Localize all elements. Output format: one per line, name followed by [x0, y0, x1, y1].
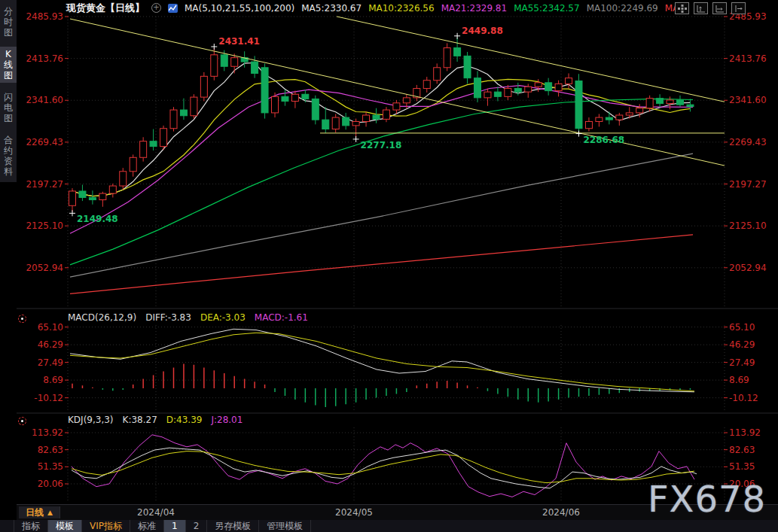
svg-text:27.49: 27.49 — [729, 357, 755, 368]
svg-text:2286.68: 2286.68 — [584, 135, 625, 145]
candles-layer — [69, 38, 694, 212]
macd-panel: 65.1065.1046.2946.2927.4927.498.698.69-1… — [34, 322, 758, 407]
svg-text:113.92: 113.92 — [32, 427, 63, 438]
candle — [474, 78, 481, 98]
svg-text:46.29: 46.29 — [729, 339, 755, 350]
candle — [454, 48, 461, 56]
candle — [332, 117, 339, 129]
svg-text:65.10: 65.10 — [729, 322, 755, 333]
x-axis-label: 2024/04 — [137, 507, 175, 518]
toolbar-tab-manage-template[interactable]: 管理模板 — [259, 520, 311, 532]
sidebar-tab-contract-info[interactable]: 合约资料 — [0, 132, 17, 179]
triangle-up-icon: ▲ — [47, 509, 53, 516]
candle — [170, 110, 177, 129]
svg-text:2052.94: 2052.94 — [26, 263, 63, 273]
circle-plus-icon[interactable]: + — [151, 3, 161, 13]
x-axis-scale-icon[interactable] — [712, 2, 727, 14]
candle — [575, 81, 582, 129]
macd-diff-value: DIFF:-3.83 — [145, 312, 191, 323]
toolbar-tab-2[interactable]: 2 — [186, 520, 208, 532]
candle — [393, 103, 400, 110]
sidebar-tab-time-chart[interactable]: 分时图 — [0, 4, 17, 40]
pan-crosshair-icon[interactable] — [675, 2, 689, 14]
candle — [545, 83, 552, 91]
svg-text:113.92: 113.92 — [729, 427, 761, 438]
watermark: FX678 — [648, 478, 766, 520]
period-selector[interactable]: 日线 ▲ — [19, 506, 60, 518]
separator-layer — [17, 309, 778, 413]
toolbar-tab-save-template[interactable]: 另存模板 — [207, 520, 259, 532]
candle — [221, 55, 227, 66]
svg-text:2413.76: 2413.76 — [26, 53, 63, 64]
kdj-k-value: K:38.27 — [123, 415, 157, 425]
svg-text:51.35: 51.35 — [729, 461, 755, 472]
candle — [646, 99, 653, 108]
candle — [363, 115, 370, 121]
candle — [89, 197, 96, 199]
candle — [657, 99, 664, 104]
candle — [677, 100, 684, 105]
toolbar-tab-1[interactable]: 1 — [164, 520, 186, 532]
macd-header: MACD(26,12,9) DIFF:-3.83 DEA:-3.03 MACD:… — [68, 312, 308, 323]
candle — [494, 92, 501, 96]
svg-text:2269.43: 2269.43 — [729, 137, 767, 147]
x-axis-label: 2024/06 — [542, 507, 580, 518]
svg-text:2431.41: 2431.41 — [218, 36, 260, 47]
candle — [383, 110, 389, 119]
candle — [322, 120, 329, 129]
kdj-title: KDJ(9,3,3) — [68, 415, 114, 425]
toolbar-tab-standard[interactable]: 标准 — [130, 520, 164, 532]
svg-text:8.69: 8.69 — [43, 375, 63, 385]
toolbar-tab-indicators[interactable]: 指标 — [14, 520, 48, 532]
candle — [160, 129, 167, 147]
shift-right-icon[interactable] — [731, 2, 746, 14]
svg-text:82.63: 82.63 — [729, 445, 755, 455]
toolbar-tab-vip-indicators[interactable]: VIP指标 — [82, 520, 130, 532]
candle — [99, 193, 106, 199]
candle — [231, 58, 238, 67]
macd-indicator-marker-icon[interactable] — [18, 315, 26, 323]
ma-line-ma100 — [70, 154, 693, 277]
svg-text:82.63: 82.63 — [38, 445, 63, 455]
x-axis-label: 2024/05 — [335, 507, 373, 518]
price-chart[interactable]: 2485.932485.932413.762413.762341.602341.… — [0, 0, 778, 532]
macd-macd-value: MACD:-1.61 — [255, 312, 308, 323]
candle — [505, 89, 511, 97]
ma100-value: MA100:2249.69 — [587, 3, 658, 14]
svg-text:2269.43: 2269.43 — [26, 137, 63, 147]
svg-text:2277.18: 2277.18 — [361, 140, 402, 150]
candle — [312, 99, 319, 120]
y-axis-scale-icon[interactable] — [694, 2, 708, 14]
candle — [403, 98, 410, 103]
sidebar-tab-lightning-chart[interactable]: 闪电图 — [0, 90, 17, 126]
candle — [464, 56, 471, 78]
candle — [69, 191, 76, 205]
candle — [535, 83, 542, 87]
candle — [252, 62, 258, 73]
candle — [585, 121, 592, 128]
candle — [180, 110, 187, 116]
svg-text:2125.10: 2125.10 — [26, 220, 63, 231]
kdj-indicator-marker-icon[interactable] — [18, 417, 26, 425]
svg-text:51.35: 51.35 — [38, 461, 63, 472]
ma5-value: MA5:2330.67 — [301, 3, 362, 14]
period-label: 日线 — [26, 506, 44, 519]
candle — [514, 89, 521, 93]
svg-text:27.49: 27.49 — [38, 357, 63, 368]
sidebar-tab-kline-chart[interactable]: K线图 — [0, 47, 17, 83]
candle — [211, 55, 218, 77]
candle — [352, 121, 359, 125]
ma-settings-label: MA(5,10,21,55,100,200) — [185, 3, 294, 14]
svg-text:2197.27: 2197.27 — [26, 179, 63, 190]
candle — [130, 157, 136, 172]
candle — [423, 81, 430, 89]
svg-text:2485.93: 2485.93 — [26, 11, 63, 22]
candle — [626, 113, 633, 115]
bottom-toolbar: 指标 模板 VIP指标 标准 1 2 另存模板 管理模板 — [0, 520, 778, 532]
candle — [525, 87, 532, 92]
toolbar-tab-templates[interactable]: 模板 — [48, 520, 82, 532]
instrument-title: 现货黄金【日线】 — [66, 2, 145, 15]
kline-style-icon[interactable] — [168, 4, 178, 13]
zigzag-glyph — [169, 5, 177, 12]
candle — [667, 100, 673, 104]
